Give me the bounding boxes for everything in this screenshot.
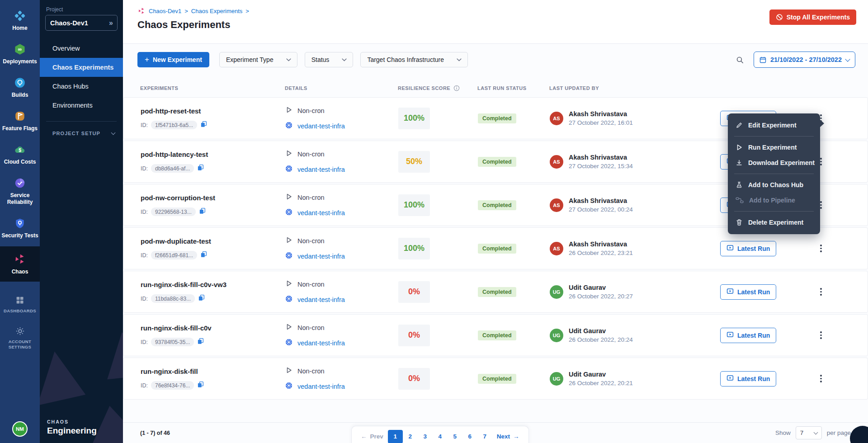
page-button-3[interactable]: 3 (418, 430, 433, 443)
expand-panel-icon[interactable]: » (109, 19, 113, 27)
breadcrumb-link-chaos-experiments[interactable]: Chaos Experiments (191, 8, 242, 14)
infra-link[interactable]: vedant-test-infra (297, 339, 345, 347)
rail-item-label: Service Reliability (1, 192, 39, 206)
rail-item-chaos[interactable]: Chaos (0, 246, 40, 282)
rail-item-security-tests[interactable]: Security Tests (0, 213, 40, 244)
infra-link[interactable]: vedant-test-infra (297, 383, 345, 390)
kebab-menu-icon[interactable] (817, 242, 825, 255)
kebab-menu-icon[interactable] (817, 329, 825, 342)
id-label: ID: (141, 122, 148, 128)
experiment-name[interactable]: pod-nw-duplicate-test (141, 237, 285, 245)
copy-icon[interactable] (198, 294, 205, 301)
menu-item-add-to-chaos-hub[interactable]: Add to Chaos Hub (728, 177, 820, 193)
resilience-score: 0% (398, 325, 430, 346)
latest-run-button[interactable]: Latest Run (720, 328, 776, 343)
project-panel: Project Chaos-Dev1 » OverviewChaos Exper… (40, 0, 123, 443)
copy-icon[interactable] (197, 338, 204, 344)
filter-label: Experiment Type (226, 56, 274, 63)
pipeline-icon (736, 197, 744, 203)
filter-target-chaos-infrastructure[interactable]: Target Chaos Infrastructure (360, 52, 468, 67)
rail-item-dashboards[interactable]: DASHBOARDS (0, 292, 40, 317)
experiment-name[interactable]: run-nginx-disk-fill-c0v-vw3 (141, 281, 285, 288)
schedule-type: Non-cron (297, 324, 325, 331)
kebab-menu-icon[interactable] (817, 372, 825, 385)
copy-icon[interactable] (200, 121, 207, 127)
latest-run-button[interactable]: Latest Run (720, 241, 776, 256)
menu-item-download-experiment[interactable]: Download Experiment (728, 155, 820, 170)
rail-item-label: Cloud Costs (4, 159, 36, 165)
page-button-2[interactable]: 2 (403, 430, 418, 443)
menu-item-delete-experiment[interactable]: Delete Experiment (728, 215, 820, 230)
copy-icon[interactable] (197, 381, 204, 388)
copy-icon[interactable] (197, 164, 204, 171)
page-button-1[interactable]: 1 (388, 430, 403, 443)
updated-by-name: Udit Gaurav (569, 284, 633, 291)
page-size-select[interactable]: 7 (796, 426, 822, 439)
experiment-name[interactable]: run-nginx-disk-fill-c0v (141, 324, 285, 332)
project-selector[interactable]: Chaos-Dev1 » (45, 15, 118, 31)
per-page-label: per page (827, 429, 851, 436)
menu-item-edit-experiment[interactable]: Edit Experiment (728, 118, 820, 133)
user-avatar: UG (550, 285, 563, 299)
status-badge: Completed (478, 330, 516, 340)
page-button-7[interactable]: 7 (477, 430, 492, 443)
plus-icon: + (145, 55, 149, 64)
stop-all-experiments-button[interactable]: Stop All Experiments (769, 9, 856, 25)
kebab-menu-icon[interactable] (817, 285, 825, 298)
menu-item-label: Run Experiment (748, 144, 797, 151)
toolbar: + New Experiment Experiment TypeStatusTa… (123, 44, 868, 75)
table-row: run-nginx-disk-fill ID: 76e8f434-76... N… (123, 358, 868, 400)
experiment-name[interactable]: pod-http-latency-test (141, 151, 285, 158)
rail-item-builds[interactable]: Builds (0, 72, 40, 103)
breadcrumb-link-chaos-dev1[interactable]: Chaos-Dev1 (149, 8, 181, 14)
infra-link[interactable]: vedant-test-infra (297, 209, 345, 217)
infra-link[interactable]: vedant-test-infra (297, 296, 345, 303)
status-badge: Completed (478, 374, 516, 384)
experiment-name[interactable]: run-nginx-disk-fill (141, 368, 285, 375)
infra-link[interactable]: vedant-test-infra (297, 253, 345, 260)
next-page-button[interactable]: Next → (497, 433, 519, 440)
results-summary: (1 - 7) of 46 (140, 430, 170, 436)
search-button[interactable] (734, 54, 745, 66)
page-button-6[interactable]: 6 (462, 430, 477, 443)
new-experiment-button[interactable]: + New Experiment (137, 52, 209, 67)
experiment-name[interactable]: pod-nw-corruption-test (141, 194, 285, 202)
project-setup-toggle[interactable]: PROJECT SETUP (40, 122, 123, 136)
infra-link[interactable]: vedant-test-infra (297, 166, 345, 173)
user-avatar[interactable]: NM (12, 421, 28, 437)
latest-run-button[interactable]: Latest Run (720, 371, 776, 386)
rail-item-feature-flags[interactable]: Feature Flags (0, 106, 40, 137)
experiment-name[interactable]: pod-http-reset-test (141, 107, 285, 115)
rail-item-account-settings[interactable]: ACCOUNT SETTINGS (0, 323, 40, 353)
filter-experiment-type[interactable]: Experiment Type (219, 52, 297, 67)
rail-item-service-reliability[interactable]: Service Reliability (0, 173, 40, 210)
rail-item-home[interactable]: Home (0, 5, 40, 36)
latest-run-label: Latest Run (737, 375, 770, 382)
menu-item-run-experiment[interactable]: Run Experiment (728, 140, 820, 155)
experiment-id: 1f5471b3-6a5... (151, 121, 197, 129)
filter-status[interactable]: Status (305, 52, 354, 67)
copy-icon[interactable] (199, 207, 206, 214)
kubernetes-icon (285, 382, 292, 389)
latest-run-button[interactable]: Latest Run (720, 284, 776, 300)
infra-link[interactable]: vedant-test-infra (297, 123, 345, 130)
user-avatar: AS (550, 242, 563, 255)
schedule-type: Non-cron (297, 368, 325, 375)
rail-item-cloud-costs[interactable]: $Cloud Costs (0, 139, 40, 170)
filter-label: Target Chaos Infrastructure (367, 56, 444, 63)
rail-item-deployments[interactable]: ∞Deployments (0, 39, 40, 70)
sidebar-item-chaos-hubs[interactable]: Chaos Hubs (40, 77, 123, 96)
page-button-5[interactable]: 5 (448, 430, 462, 443)
date-range-picker[interactable]: 21/10/2022 - 27/10/2022 (754, 52, 855, 68)
menu-item-label: Delete Experiment (748, 219, 803, 226)
updated-at: 27 October 2022, 00:24 (569, 206, 633, 213)
copy-icon[interactable] (200, 251, 207, 258)
prev-page-button[interactable]: ← Prev (361, 433, 383, 440)
sidebar-item-overview[interactable]: Overview (40, 39, 123, 58)
sidebar-item-environments[interactable]: Environments (40, 96, 123, 115)
sidebar-item-chaos-experiments[interactable]: Chaos Experiments (40, 58, 123, 77)
info-icon[interactable] (453, 85, 460, 91)
project-setup-label: PROJECT SETUP (52, 131, 100, 136)
page-button-4[interactable]: 4 (433, 430, 448, 443)
experiment-id: f26651d9-681... (151, 251, 197, 259)
